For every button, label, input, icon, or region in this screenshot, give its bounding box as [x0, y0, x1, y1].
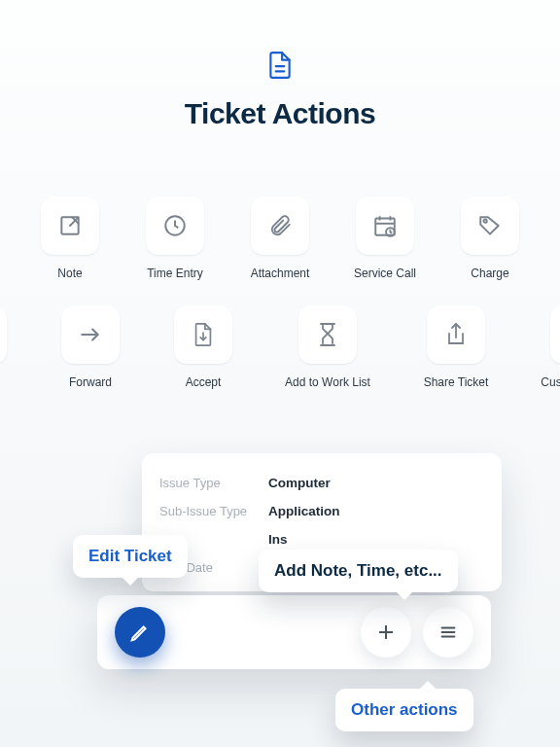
- clock-icon: [146, 196, 204, 255]
- menu-fab[interactable]: [423, 607, 473, 658]
- edit-fab[interactable]: [115, 607, 165, 658]
- pencil-icon: [0, 305, 7, 364]
- add-fab[interactable]: [361, 607, 411, 658]
- action-accept[interactable]: Accept: [171, 305, 235, 389]
- forward-arrow-icon: [61, 305, 120, 364]
- action-add-worklist[interactable]: Add to Work List: [284, 305, 371, 389]
- document-icon: [266, 51, 294, 84]
- action-share-ticket[interactable]: Share Ticket: [420, 305, 492, 389]
- action-edit[interactable]: Edit: [0, 305, 10, 389]
- action-forward[interactable]: Forward: [58, 305, 122, 389]
- action-service-call[interactable]: Service Call: [353, 196, 417, 280]
- svg-point-9: [484, 220, 487, 223]
- calendar-clock-icon: [356, 196, 414, 255]
- note-icon: [41, 196, 99, 255]
- tooltip-other-actions: Other actions: [335, 689, 473, 731]
- share-icon: [427, 305, 485, 364]
- detail-row-sub-issue: Sub-Issue Type Application: [159, 497, 496, 525]
- action-attachment[interactable]: Attachment: [248, 196, 312, 280]
- detail-row-issue-type: Issue Type Computer: [159, 469, 496, 497]
- tooltip-add-note: Add Note, Time, etc...: [259, 550, 458, 592]
- action-customer-sign[interactable]: Customer Sign: [541, 305, 560, 389]
- signature-icon: [550, 305, 560, 364]
- tag-icon: [461, 196, 519, 255]
- hourglass-icon: [298, 305, 357, 364]
- action-note[interactable]: Note: [38, 196, 102, 280]
- paperclip-icon: [251, 196, 309, 255]
- file-download-icon: [174, 305, 232, 364]
- action-time-entry[interactable]: Time Entry: [143, 196, 207, 280]
- tooltip-edit-ticket: Edit Ticket: [73, 535, 188, 578]
- page-title: Ticket Actions: [0, 97, 560, 130]
- bottom-action-bar: [97, 595, 491, 669]
- action-charge[interactable]: Charge: [458, 196, 522, 280]
